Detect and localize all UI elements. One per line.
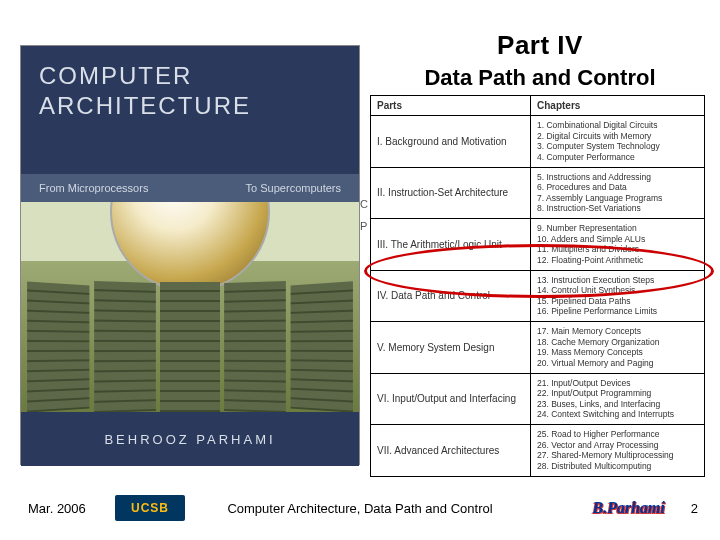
cover-author-band: BEHROOZ PARHAMI	[21, 412, 359, 466]
toc-row: V. Memory System Design 17. Main Memory …	[371, 322, 704, 374]
heading-area: Part IV Data Path and Control	[370, 30, 710, 91]
rack	[291, 281, 353, 412]
cover-author: BEHROOZ PARHAMI	[104, 432, 275, 447]
rack	[27, 281, 89, 412]
edge-c: C	[360, 198, 368, 210]
rack	[94, 281, 156, 412]
toc-row: III. The Arithmetic/Logic Unit 9. Number…	[371, 219, 704, 271]
edge-letters: C P	[360, 198, 368, 232]
toc-part-label: I. Background and Motivation	[371, 116, 531, 167]
toc-part-label: III. The Arithmetic/Logic Unit	[371, 219, 531, 270]
footer-page-number: 2	[691, 501, 698, 516]
toc-part-label: VII. Advanced Architectures	[371, 425, 531, 476]
toc-header-parts: Parts	[371, 96, 531, 115]
cover-band-right: To Supercomputers	[246, 182, 341, 194]
cover-band-left: From Microprocessors	[39, 182, 148, 194]
toc-part-label: VI. Input/Output and Interfacing	[371, 374, 531, 425]
toc-table: Parts Chapters I. Background and Motivat…	[370, 95, 705, 477]
toc-chapters: 13. Instruction Execution Steps 14. Cont…	[531, 271, 704, 322]
toc-chapters: 17. Main Memory Concepts 18. Cache Memor…	[531, 322, 704, 373]
toc-chapters: 25. Road to Higher Performance 26. Vecto…	[531, 425, 704, 476]
toc-header: Parts Chapters	[371, 96, 704, 116]
toc-row: VII. Advanced Architectures 25. Road to …	[371, 425, 704, 476]
footer: Mar. 2006 UCSB Computer Architecture, Da…	[0, 488, 720, 528]
part-label: Part IV	[370, 30, 710, 61]
cover-title-line1: COMPUTER	[39, 62, 359, 90]
toc-row: II. Instruction-Set Architecture 5. Inst…	[371, 168, 704, 220]
toc-part-label: V. Memory System Design	[371, 322, 531, 373]
cover-titleblock: COMPUTER ARCHITECTURE	[39, 62, 359, 120]
rack	[160, 282, 221, 412]
toc-chapters: 21. Input/Output Devices 22. Input/Outpu…	[531, 374, 704, 425]
cover-top: COMPUTER ARCHITECTURE	[21, 46, 359, 174]
cover-photo	[21, 202, 359, 412]
cover-title-line2: ARCHITECTURE	[39, 92, 359, 120]
toc-header-chapters: Chapters	[531, 96, 704, 115]
toc-row: VI. Input/Output and Interfacing 21. Inp…	[371, 374, 704, 426]
footer-author: B.Parhami	[593, 499, 665, 517]
toc-chapters: 1. Combinational Digital Circuits 2. Dig…	[531, 116, 704, 167]
toc-chapters: 5. Instructions and Addressing 6. Proced…	[531, 168, 704, 219]
toc-part-label: II. Instruction-Set Architecture	[371, 168, 531, 219]
toc-part-label: IV. Data Path and Control	[371, 271, 531, 322]
book-cover: COMPUTER ARCHITECTURE From Microprocesso…	[20, 45, 360, 465]
toc-row: I. Background and Motivation 1. Combinat…	[371, 116, 704, 168]
cover-subtitle-band: From Microprocessors To Supercomputers	[21, 174, 359, 202]
supercomputer-racks	[21, 282, 359, 412]
slide-root: Part IV Data Path and Control COMPUTER A…	[0, 0, 720, 540]
toc-chapters: 9. Number Representation 10. Adders and …	[531, 219, 704, 270]
rack	[225, 281, 287, 412]
toc-row: IV. Data Path and Control 13. Instructio…	[371, 271, 704, 323]
edge-p: P	[360, 220, 368, 232]
globe-icon	[110, 202, 270, 292]
part-subtitle: Data Path and Control	[370, 65, 710, 91]
